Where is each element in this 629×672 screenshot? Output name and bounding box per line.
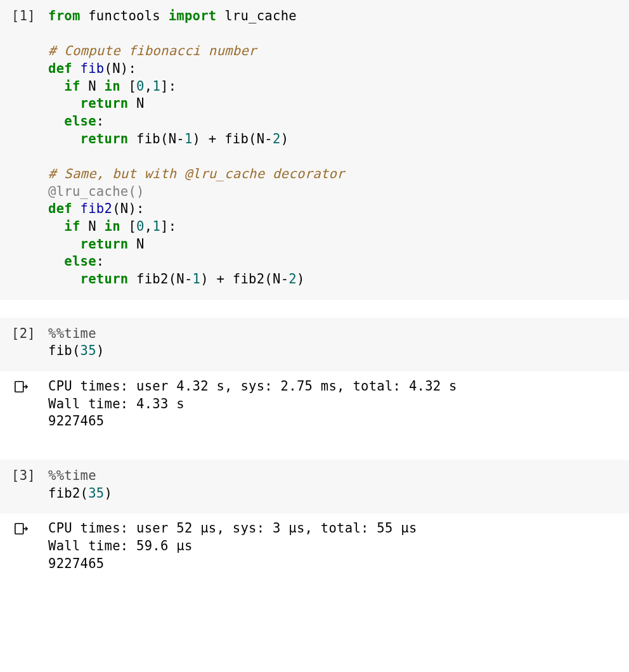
input-prompt: [2] — [0, 325, 48, 360]
code-cell-body[interactable]: from functools import lru_cache # Comput… — [48, 8, 629, 288]
cell-gap — [0, 300, 629, 318]
code-cell-body[interactable]: %%time fib(35) — [48, 325, 629, 360]
cell-magic: %%time — [48, 468, 96, 483]
output-result: 9227465 — [48, 413, 105, 429]
output-cell: CPU times: user 4.32 s, sys: 2.75 ms, to… — [0, 372, 629, 442]
svg-rect-0 — [15, 382, 23, 392]
output-text: CPU times: user 4.32 s, sys: 2.75 ms, to… — [48, 378, 629, 430]
code-cell[interactable]: [3] %%time fib2(35) — [0, 460, 629, 514]
svg-rect-2 — [15, 524, 23, 534]
keyword-def: def — [48, 61, 72, 76]
code-cell-body[interactable]: %%time fib2(35) — [48, 467, 629, 502]
cell-gap — [0, 442, 629, 460]
cell-magic: %%time — [48, 326, 96, 341]
function-name: fib2 — [72, 201, 112, 216]
keyword-def: def — [48, 201, 72, 216]
comment: # Compute fibonacci number — [48, 43, 257, 58]
output-line: Wall time: 59.6 µs — [48, 538, 193, 553]
output-indicator-icon — [0, 378, 48, 430]
output-line: CPU times: user 4.32 s, sys: 2.75 ms, to… — [48, 378, 457, 394]
output-text: CPU times: user 52 µs, sys: 3 µs, total:… — [48, 520, 629, 572]
code-cell[interactable]: [1] from functools import lru_cache # Co… — [0, 0, 629, 300]
comment: # Same, but with @lru_cache decorator — [48, 166, 345, 181]
input-prompt: [3] — [0, 467, 48, 502]
function-name: fib — [72, 61, 105, 76]
output-line: CPU times: user 52 µs, sys: 3 µs, total:… — [48, 520, 417, 536]
output-line: Wall time: 4.33 s — [48, 396, 185, 411]
output-result: 9227465 — [48, 556, 105, 571]
output-indicator-icon — [0, 520, 48, 572]
code-cell[interactable]: [2] %%time fib(35) — [0, 318, 629, 372]
input-prompt: [1] — [0, 8, 48, 288]
output-cell: CPU times: user 52 µs, sys: 3 µs, total:… — [0, 514, 629, 584]
keyword-from: from — [48, 8, 81, 23]
keyword-import: import — [169, 8, 217, 23]
decorator: @lru_cache() — [48, 184, 145, 199]
